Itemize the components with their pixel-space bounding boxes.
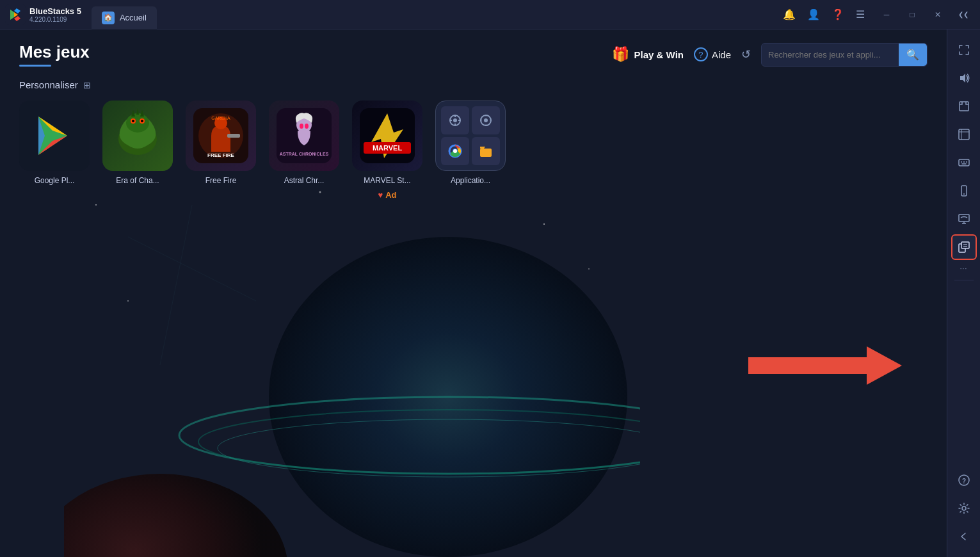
svg-point-74 <box>963 193 965 195</box>
ad-badge: ♥ Ad <box>378 190 396 200</box>
maximize-button[interactable]: □ <box>901 6 924 24</box>
folder-cell-3 <box>441 137 469 165</box>
svg-text:ASTRAL CHRONICLES: ASTRAL CHRONICLES <box>280 152 329 156</box>
customize-icon[interactable]: ⊞ <box>83 80 91 90</box>
sidebar-icon-phone[interactable] <box>951 178 977 204</box>
content-body: Personnaliser ⊞ Google Pl... <box>0 73 947 206</box>
app-icon-astral-chr: ASTRAL CHRONICLES <box>269 101 339 171</box>
titlebar: BlueStacks 5 4.220.0.1109 🏠 Accueil 🔔 👤 … <box>0 0 980 29</box>
sidebar-separator <box>954 280 974 280</box>
svg-line-7 <box>448 237 512 365</box>
red-arrow-svg <box>748 343 902 388</box>
bluestacks-logo-icon <box>5 4 26 25</box>
play-win-label: Play & Win <box>634 49 684 60</box>
search-button[interactable]: 🔍 <box>899 44 927 66</box>
home-tab-label: Accueil <box>120 13 147 22</box>
gift-icon: 🎁 <box>612 46 629 63</box>
sidebar-icon-keyboard[interactable] <box>951 150 977 175</box>
svg-point-9 <box>179 397 640 474</box>
header-actions: 🎁 Play & Win ? Aide ↺ 🔍 <box>612 43 928 67</box>
multi-instance-icon <box>958 241 970 253</box>
home-tab[interactable]: 🏠 Accueil <box>92 6 157 29</box>
svg-marker-63 <box>748 346 902 385</box>
search-bar: 🔍 <box>761 43 928 67</box>
volume-icon <box>958 72 970 84</box>
refresh-button[interactable]: ↺ <box>741 47 751 61</box>
svg-line-6 <box>160 205 192 365</box>
sidebar-dots: ··· <box>960 262 967 275</box>
app-item-astral-chr[interactable]: ASTRAL CHRONICLES Astral Chr... <box>269 101 339 200</box>
notification-icon[interactable]: 🔔 <box>783 8 796 20</box>
svg-marker-29 <box>131 110 135 117</box>
svg-point-12 <box>64 474 288 557</box>
folder-settings-icon <box>448 113 462 127</box>
app-icon-google-play <box>19 101 90 171</box>
svg-rect-64 <box>960 102 968 111</box>
svg-point-41 <box>305 124 309 129</box>
app-logo: BlueStacks 5 4.220.0.1109 <box>5 4 81 25</box>
page-title-underline <box>19 65 51 67</box>
folder-cell-2 <box>472 106 500 134</box>
minimize-button[interactable]: ─ <box>875 6 898 24</box>
google-play-logo-icon <box>32 113 77 158</box>
close-button[interactable]: ✕ <box>926 6 949 24</box>
sidebar-icon-settings[interactable] <box>951 496 977 521</box>
expand-arrows-icon <box>958 44 970 56</box>
brush-icon <box>958 129 970 140</box>
play-win-button[interactable]: 🎁 Play & Win <box>612 46 684 63</box>
red-arrow-annotation <box>748 343 902 388</box>
aide-button[interactable]: ? Aide <box>694 47 731 61</box>
sidebar-icon-volume[interactable] <box>951 65 977 91</box>
content-area: Mes jeux 🎁 Play & Win ? Aide ↺ 🔍 <box>0 29 947 557</box>
svg-text:FREE FIRE: FREE FIRE <box>207 152 234 158</box>
page-title: Mes jeux <box>19 42 599 62</box>
keyboard-icon <box>958 157 970 168</box>
svg-point-84 <box>962 506 966 510</box>
app-item-google-play[interactable]: Google Pl... <box>19 101 90 200</box>
sidebar-icon-expand[interactable] <box>951 37 977 63</box>
folder-cell-1 <box>441 106 469 134</box>
svg-point-54 <box>484 118 488 122</box>
help-icon[interactable]: ❓ <box>831 8 844 20</box>
fullscreen-icon <box>958 101 970 112</box>
folder-cell-4 <box>472 137 500 165</box>
app-name-free-fire: Free Fire <box>186 176 256 185</box>
svg-text:MARVEL: MARVEL <box>373 144 403 152</box>
sidebar-icon-question[interactable]: ? <box>951 467 977 493</box>
app-icon-era-of-cha <box>102 101 173 171</box>
account-icon[interactable]: 👤 <box>807 8 820 20</box>
titlebar-icons: 🔔 👤 ❓ ☰ <box>783 8 865 20</box>
svg-text:GARENA: GARENA <box>211 116 230 120</box>
app-icon-free-fire: FREE FIRE GARENA <box>186 101 256 171</box>
search-input[interactable] <box>762 45 899 65</box>
screencast-icon <box>958 213 970 225</box>
svg-rect-79 <box>961 242 969 248</box>
sidebar-collapse-button[interactable]: ❮❮ <box>952 6 975 24</box>
app-item-marvel-st[interactable]: MARVEL MARVEL St... ♥ Ad <box>352 101 422 200</box>
sidebar-icon-back[interactable] <box>951 524 977 549</box>
sidebar-icon-screencast[interactable] <box>951 206 977 232</box>
app-item-free-fire[interactable]: FREE FIRE GARENA Free Fire <box>186 101 256 200</box>
content-header: Mes jeux 🎁 Play & Win ? Aide ↺ 🔍 <box>0 29 947 73</box>
svg-point-11 <box>218 419 640 477</box>
svg-text:?: ? <box>961 478 965 485</box>
svg-point-17 <box>588 268 590 270</box>
sidebar-icon-fullscreen[interactable] <box>951 93 977 119</box>
app-name-google-play: Google Pl... <box>19 176 90 185</box>
page-title-area: Mes jeux <box>19 42 599 67</box>
svg-rect-35 <box>227 134 240 138</box>
app-name-era-of-cha: Era of Cha... <box>102 176 173 185</box>
question-icon: ? <box>958 474 970 486</box>
svg-rect-62 <box>480 149 492 157</box>
sidebar-icon-multi-instance[interactable] <box>951 234 977 260</box>
back-arrow-icon <box>958 531 970 542</box>
app-item-applications[interactable]: Applicatio... <box>435 101 506 200</box>
svg-rect-65 <box>959 129 969 140</box>
app-name-applications: Applicatio... <box>435 176 506 185</box>
sidebar-icon-brush[interactable] <box>951 122 977 147</box>
svg-point-48 <box>453 118 457 122</box>
menu-icon[interactable]: ☰ <box>856 8 865 20</box>
app-icon-applications <box>435 101 506 171</box>
app-item-era-of-cha[interactable]: Era of Cha... <box>102 101 173 200</box>
background-visual <box>64 173 640 557</box>
